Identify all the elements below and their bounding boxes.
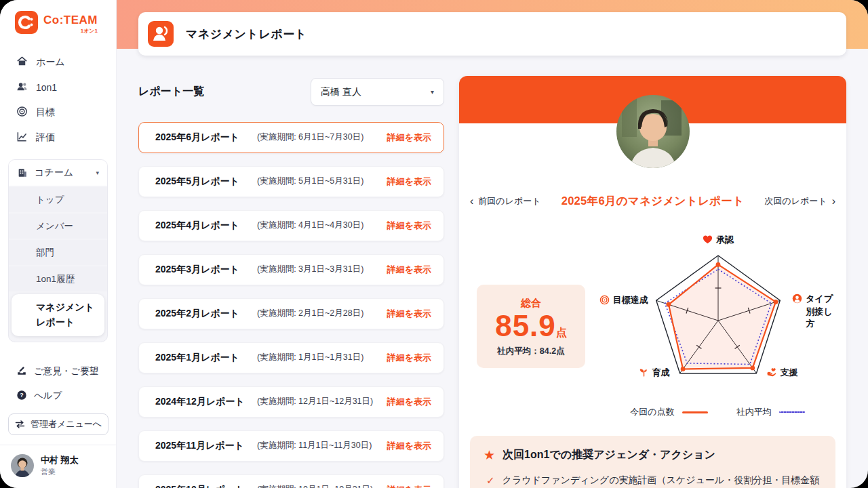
next-report-link[interactable]: 次回のレポート › xyxy=(764,195,835,207)
feedback-icon xyxy=(16,365,27,378)
report-row-title: 2025年11月レポート xyxy=(155,440,257,452)
user-role: 営業 xyxy=(41,467,79,477)
user-avatar xyxy=(11,454,34,477)
score-label: 総合 xyxy=(477,297,585,310)
show-detail-link[interactable]: 詳細を表示 xyxy=(387,176,431,188)
member-photo xyxy=(616,95,690,168)
radar-chart: 承認タイプ別接し方支援育成目標達成 xyxy=(585,234,846,395)
show-detail-link[interactable]: 詳細を表示 xyxy=(387,396,431,408)
show-detail-link[interactable]: 詳細を表示 xyxy=(387,484,431,488)
report-list-panel: レポート一覧 高橋 直人 ▾ 2025年6月レポート(実施期間: 6月1日~7月… xyxy=(138,76,444,488)
hand-heart-icon xyxy=(766,367,776,382)
chevron-left-icon: ‹ xyxy=(470,196,473,207)
sidebar-item-departments[interactable]: 部門 xyxy=(9,240,107,265)
report-row[interactable]: 2025年11月レポート(実施期間: 11月1日~11月30日)詳細を表示 xyxy=(138,430,444,462)
user-name: 中村 翔太 xyxy=(41,454,79,466)
radar-chart-column: 承認タイプ別接し方支援育成目標達成 今回の点数社内平均 xyxy=(585,234,846,418)
sidebar-item-1on1-history[interactable]: 1on1履歴 xyxy=(9,266,107,291)
show-detail-link[interactable]: 詳細を表示 xyxy=(387,352,431,364)
people-icon xyxy=(16,81,28,94)
coteam-subnav: トップメンバー部門1on1履歴マネジメントレポート xyxy=(9,187,107,336)
show-detail-link[interactable]: 詳細を表示 xyxy=(387,308,431,320)
switch-arrows-icon xyxy=(15,420,25,428)
sidebar-item-evaluation[interactable]: 評価 xyxy=(0,125,116,150)
admin-menu-button[interactable]: 管理者メニューへ xyxy=(8,413,108,435)
coteam-group-label: コチーム xyxy=(35,167,73,179)
agenda-section: ★ 次回1on1での推奨アジェンダ・アクション ✓クラウドファンディングの実施計… xyxy=(470,436,835,488)
sidebar-item-members[interactable]: メンバー xyxy=(9,214,107,239)
show-detail-link[interactable]: 詳細を表示 xyxy=(387,440,431,452)
legend-solid-line xyxy=(682,411,708,413)
report-list-heading: レポート一覧 xyxy=(138,85,204,99)
prev-report-link[interactable]: ‹ 前回のレポート xyxy=(470,195,541,207)
report-detail-card: ‹ 前回のレポート 2025年6月のマネジメントレポート 次回のレポート › 総… xyxy=(459,76,846,488)
report-row-title: 2025年10月レポート xyxy=(155,484,257,488)
sidebar-item-feedback[interactable]: ご意見・ご要望 xyxy=(0,359,116,384)
overall-score-box: 総合 85.9点 社内平均：84.2点 xyxy=(477,285,585,368)
show-detail-link[interactable]: 詳細を表示 xyxy=(387,220,431,232)
sidebar-item-management-report[interactable]: マネジメントレポート xyxy=(12,294,104,336)
current-user[interactable]: 中村 翔太 営業 xyxy=(0,445,116,488)
seedling-icon xyxy=(639,367,649,382)
management-report-icon xyxy=(148,21,174,47)
chevron-down-icon: ▾ xyxy=(96,169,99,176)
radar-axis-label: タイプ別接し方 xyxy=(792,293,834,331)
report-row[interactable]: 2025年10月レポート(実施期間: 10月1日~10月31日)詳細を表示 xyxy=(138,474,444,488)
star-icon: ★ xyxy=(484,449,495,462)
person-circle-icon xyxy=(792,293,802,308)
report-row[interactable]: 2025年1月レポート(実施期間: 1月1日~1月31日)詳細を表示 xyxy=(138,342,444,373)
logo-text: Co:TEAM xyxy=(43,14,98,27)
agenda-title: 次回1on1での推奨アジェンダ・アクション xyxy=(502,448,715,462)
content-row: レポート一覧 高橋 直人 ▾ 2025年6月レポート(実施期間: 6月1日~7月… xyxy=(117,56,868,488)
radar-axis-label: 支援 xyxy=(766,367,797,382)
score-unit: 点 xyxy=(556,327,567,338)
page-title: マネジメントレポート xyxy=(186,26,307,42)
report-row[interactable]: 2025年6月レポート(実施期間: 6月1日~7月30日)詳細を表示 xyxy=(138,122,444,153)
sidebar-item-1on1[interactable]: 1on1 xyxy=(0,75,116,100)
sidebar-item-coteam[interactable]: コチーム ▾ xyxy=(9,160,107,186)
legend-dotted-line xyxy=(779,411,805,413)
agenda-item: ✓クラウドファンディングの実施計画（スケジュール・役割分担・目標金額など）を具体… xyxy=(484,472,822,488)
report-row[interactable]: 2025年3月レポート(実施期間: 3月1日~3月31日)詳細を表示 xyxy=(138,254,444,285)
check-icon: ✓ xyxy=(486,472,495,488)
report-row[interactable]: 2025年2月レポート(実施期間: 2月1日~2月28日)詳細を表示 xyxy=(138,298,444,329)
sidebar-footer: ご意見・ご要望?ヘルプ 管理者メニューへ 中村 翔太 営業 xyxy=(0,359,116,488)
chart-icon xyxy=(16,131,28,144)
help-icon: ? xyxy=(16,390,27,403)
report-row[interactable]: 2025年4月レポート(実施期間: 4月1日~4月30日)詳細を表示 xyxy=(138,210,444,241)
member-select[interactable]: 高橋 直人 ▾ xyxy=(311,78,444,106)
report-row-period: (実施期間: 2月1日~2月28日) xyxy=(257,308,387,319)
report-row-title: 2024年12月レポート xyxy=(155,396,257,408)
sidebar-item-top[interactable]: トップ xyxy=(9,187,107,212)
member-select-value: 高橋 直人 xyxy=(321,86,361,98)
sidebar-item-help[interactable]: ?ヘルプ xyxy=(0,384,116,408)
show-detail-link[interactable]: 詳細を表示 xyxy=(387,131,431,144)
report-row[interactable]: 2025年5月レポート(実施期間: 5月1日~5月31日)詳細を表示 xyxy=(138,166,444,197)
sidebar-item-home[interactable]: ホーム xyxy=(0,49,116,75)
report-row-period: (実施期間: 4月1日~4月30日) xyxy=(257,220,387,231)
report-row-title: 2025年4月レポート xyxy=(155,220,257,232)
logo-subtitle: 1オン1 xyxy=(43,27,98,35)
report-row-title: 2025年5月レポート xyxy=(155,176,257,188)
report-row[interactable]: 2024年12月レポート(実施期間: 12月1日~12月31日)詳細を表示 xyxy=(138,386,444,418)
show-detail-link[interactable]: 詳細を表示 xyxy=(387,264,431,276)
sidebar: Co:TEAM 1オン1 ホーム1on1目標評価 コチーム ▾ トップメンバー部… xyxy=(0,0,117,488)
logo: Co:TEAM 1オン1 xyxy=(0,0,116,35)
heart-icon xyxy=(703,234,713,249)
chevron-down-icon: ▾ xyxy=(431,88,434,96)
sidebar-item-goals[interactable]: 目標 xyxy=(0,100,116,125)
coteam-group: コチーム ▾ トップメンバー部門1on1履歴マネジメントレポート xyxy=(8,159,108,342)
score-chart-section: 総合 85.9点 社内平均：84.2点 承認タイプ別接し方支援育成目標達成 今回… xyxy=(459,218,846,418)
report-row-period: (実施期間: 1月1日~1月31日) xyxy=(257,352,387,363)
radar-axis-label: 目標達成 xyxy=(599,294,648,309)
sidebar-nav: ホーム1on1目標評価 xyxy=(0,49,116,150)
report-row-period: (実施期間: 3月1日~3月31日) xyxy=(257,264,387,275)
report-row-title: 2025年6月レポート xyxy=(155,131,257,144)
report-row-period: (実施期間: 6月1日~7月30日) xyxy=(257,131,387,143)
chart-legend: 今回の点数社内平均 xyxy=(630,406,804,418)
radar-axis-label: 承認 xyxy=(703,234,734,249)
report-row-period: (実施期間: 10月1日~10月31日) xyxy=(257,484,387,488)
report-row-period: (実施期間: 12月1日~12月31日) xyxy=(257,396,387,407)
building-icon xyxy=(17,167,28,178)
target-rings-icon xyxy=(599,294,610,309)
